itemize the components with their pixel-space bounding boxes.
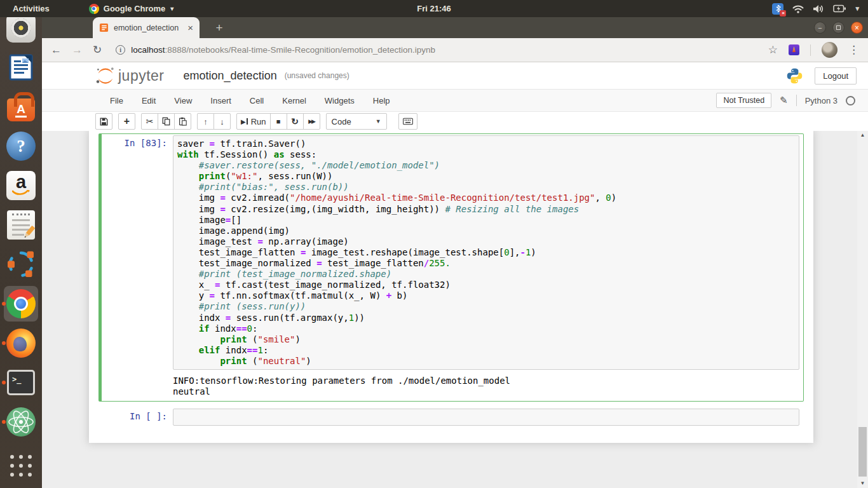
menu-cell[interactable]: Cell	[250, 96, 264, 105]
bookmark-star-icon[interactable]: ☆	[768, 44, 778, 55]
running-indicator	[2, 302, 6, 306]
restart-icon: ↻	[291, 117, 299, 126]
code-cell-empty[interactable]: In [ ]:	[98, 407, 804, 430]
site-info-icon[interactable]: i	[116, 45, 125, 55]
fast-forward-button[interactable]: ▶▶	[303, 113, 320, 130]
profile-avatar[interactable]	[822, 42, 837, 58]
add-cell-button[interactable]: +	[118, 113, 135, 130]
menu-view[interactable]: View	[174, 96, 192, 105]
arrow-down-icon: ↓	[220, 118, 224, 126]
kernel-idle-icon	[846, 96, 855, 105]
running-indicator	[2, 341, 6, 345]
extension-icon[interactable]	[789, 44, 799, 55]
close-button[interactable]: ×	[851, 22, 863, 34]
notebook-area: In [83]: saver = tf.train.Saver()with tf…	[42, 131, 857, 488]
menu-file[interactable]: File	[110, 96, 123, 105]
cell-type-dropdown[interactable]: Code ▼	[326, 113, 387, 130]
restart-button[interactable]: ↻	[287, 113, 304, 130]
back-button[interactable]: ←	[51, 44, 62, 55]
code-line: image=[]	[177, 215, 795, 226]
app-menu-label: Google Chrome	[104, 4, 166, 13]
minimize-button[interactable]: −	[814, 22, 826, 34]
dock-libreoffice-writer-icon[interactable]	[0, 48, 42, 87]
code-cell-selected[interactable]: In [83]: saver = tf.train.Saver()with tf…	[98, 133, 804, 402]
code-line: test_image_normalized = test_image_flatt…	[177, 258, 795, 269]
scrollbar[interactable]: ▲ ▼	[857, 131, 868, 488]
logout-button[interactable]: Logout	[815, 67, 857, 85]
plus-icon: +	[124, 116, 130, 126]
menu-insert[interactable]: Insert	[210, 96, 231, 105]
new-tab-button[interactable]: +	[212, 21, 226, 35]
run-button[interactable]: ▶Run	[236, 113, 271, 130]
copy-cells-button[interactable]	[158, 113, 175, 130]
save-button[interactable]	[95, 113, 112, 130]
code-line: img = cv2.resize(img,(img_width, img_hei…	[177, 204, 795, 215]
move-down-button[interactable]: ↓	[214, 113, 231, 130]
jupyter-header: jupyter emotion_detection (unsaved chang…	[42, 62, 868, 90]
dock-terminal-icon[interactable]: >_	[0, 363, 42, 402]
tab-close-icon[interactable]: ×	[187, 23, 193, 32]
menu-help[interactable]: Help	[373, 96, 390, 105]
notebook-favicon-icon	[99, 23, 109, 32]
cut-cells-button[interactable]: ✂	[141, 113, 158, 130]
address-bar[interactable]: i localhost:8888/notebooks/Real-time-Smi…	[116, 45, 758, 55]
jupyter-toolbar: +✂↑↓▶Run■↻▶▶ Code ▼	[42, 112, 868, 131]
volume-icon[interactable]	[813, 4, 824, 13]
save-status: (unsaved changes)	[285, 71, 349, 80]
bluetooth-icon[interactable]: ×	[772, 3, 783, 15]
code-line: with tf.Session() as sess:	[177, 149, 795, 160]
dock-text-editor-icon[interactable]	[0, 205, 42, 245]
interrupt-button[interactable]: ■	[270, 113, 287, 130]
menu-edit[interactable]: Edit	[142, 96, 156, 105]
activities-button[interactable]: Activities	[13, 4, 50, 13]
browser-tab[interactable]: emotion_detection ×	[93, 17, 200, 38]
url-text[interactable]: localhost:8888/notebooks/Real-time-Smile…	[131, 45, 435, 55]
reload-button[interactable]: ↻	[93, 44, 102, 55]
dock-atom-icon[interactable]	[0, 402, 42, 442]
scroll-down-icon[interactable]: ▼	[857, 479, 868, 488]
app-menu[interactable]: Google Chrome ▾	[89, 4, 174, 14]
caret-down-icon[interactable]: ▾	[855, 4, 859, 13]
window-controls: − ×	[814, 22, 863, 34]
divider	[810, 44, 811, 56]
not-trusted-button[interactable]: Not Trusted	[716, 93, 771, 108]
system-tray[interactable]: ×▾	[772, 3, 868, 15]
code-input-area[interactable]: saver = tf.train.Saver()with tf.Session(…	[173, 135, 799, 370]
output-line: neutral	[173, 386, 510, 397]
output-text: INFO:tensorflow:Restoring parameters fro…	[173, 376, 510, 397]
jupyter-page: jupyter emotion_detection (unsaved chang…	[42, 62, 868, 488]
jupyter-logo[interactable]: jupyter	[95, 66, 165, 85]
maximize-button[interactable]	[832, 22, 844, 34]
menu-kernel[interactable]: Kernel	[282, 96, 306, 105]
battery-icon[interactable]	[833, 4, 846, 13]
output-prompt	[102, 376, 173, 397]
forward-button[interactable]: →	[72, 44, 83, 55]
paste-cells-button[interactable]	[174, 113, 191, 130]
browser-toolbar: ← → ↻ i localhost:8888/notebooks/Real-ti…	[42, 38, 868, 62]
move-up-button[interactable]: ↑	[197, 113, 214, 130]
notebook-title[interactable]: emotion_detection	[184, 69, 277, 83]
browser-window: emotion_detection × + − × ← → ↻ i localh…	[42, 17, 868, 488]
command-palette-button[interactable]	[398, 113, 417, 130]
dock-chrome-icon[interactable]	[0, 284, 42, 323]
scrollbar-thumb[interactable]	[858, 427, 867, 477]
stop-icon: ■	[276, 118, 281, 125]
kernel-name: Python 3	[805, 96, 837, 105]
scissors-icon: ✂	[146, 117, 154, 126]
dock-software-updater-icon[interactable]	[0, 245, 42, 284]
browser-menu-icon[interactable]: ⋮	[848, 44, 859, 55]
scroll-up-icon[interactable]: ▲	[857, 131, 868, 140]
dock-amazon-icon[interactable]: a	[0, 166, 42, 205]
dock-speaker-icon[interactable]	[0, 17, 42, 48]
dock-firefox-icon[interactable]	[0, 323, 42, 363]
dock-ubuntu-software-icon[interactable]: A	[0, 87, 42, 126]
menu-widgets[interactable]: Widgets	[325, 96, 355, 105]
code-input-area[interactable]	[173, 409, 799, 426]
dock-help-icon[interactable]: ?	[0, 126, 42, 166]
code-line: print ("smile")	[177, 334, 795, 345]
keyboard-icon	[403, 118, 413, 125]
wifi-icon[interactable]	[792, 4, 804, 13]
code-line: #print (test_image_normalized.shape)	[177, 269, 795, 280]
dock-show-applications-icon[interactable]	[0, 446, 42, 485]
divider	[796, 95, 797, 106]
